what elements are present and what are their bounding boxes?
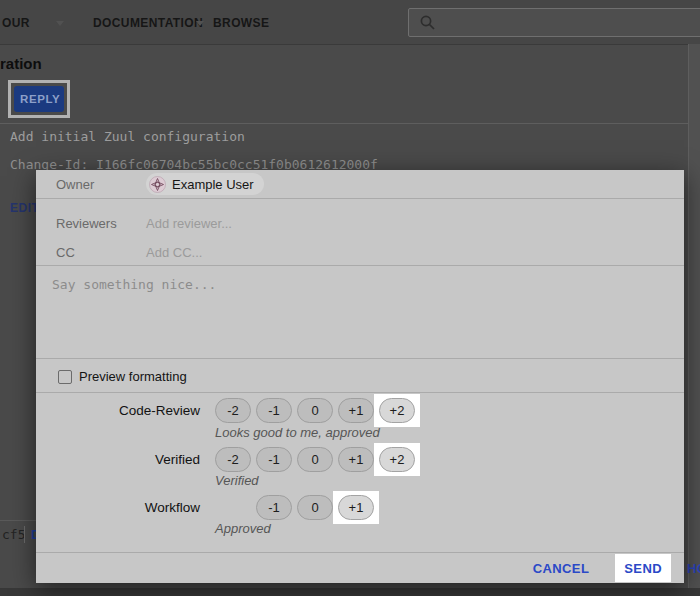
reviewers-label: Reviewers <box>56 216 117 231</box>
vote-button-code-review-+2[interactable]: +2 <box>379 398 415 423</box>
vote-button-verified-0[interactable]: 0 <box>297 447 333 472</box>
vote-button-code-review--1[interactable]: -1 <box>256 398 292 423</box>
top-navigation-bar: OUR DOCUMENTATION BROWSE <box>0 0 700 45</box>
nav-item-your[interactable]: OUR <box>2 16 30 30</box>
owner-name: Example User <box>172 177 254 192</box>
scrollbar-track[interactable] <box>689 44 700 588</box>
divider <box>36 265 684 266</box>
owner-chip[interactable]: Example User <box>146 173 264 195</box>
add-cc-input[interactable]: Add CC... <box>146 245 202 260</box>
divider <box>0 123 688 124</box>
preview-formatting-label: Preview formatting <box>79 369 187 384</box>
page-footer-strip <box>0 588 700 596</box>
divider <box>36 198 684 199</box>
commit-message: Add initial Zuul configuration <box>10 129 245 144</box>
dialog-footer: CANCEL SEND <box>36 552 684 583</box>
vote-description: Approved <box>215 521 271 536</box>
vote-label-workflow: Workflow <box>36 500 200 515</box>
vote-button-code-review-0[interactable]: 0 <box>297 398 333 423</box>
divider <box>36 392 684 393</box>
reply-message-textarea[interactable]: Say something nice... <box>52 277 216 292</box>
vote-button-verified-+1[interactable]: +1 <box>338 447 374 472</box>
add-reviewer-input[interactable]: Add reviewer... <box>146 216 232 231</box>
highlight-box: +2 <box>374 394 420 427</box>
send-button[interactable]: SEND <box>624 561 662 576</box>
chevron-down-icon <box>56 21 64 26</box>
vote-button-verified-+2[interactable]: +2 <box>379 447 415 472</box>
owner-label: Owner <box>56 177 94 192</box>
reply-dialog: Owner Example User Reviewers Add reviewe… <box>36 170 684 583</box>
nav-item-documentation[interactable]: DOCUMENTATION <box>93 16 203 30</box>
vote-label-code-review: Code-Review <box>36 403 200 418</box>
vote-button-workflow--1[interactable]: -1 <box>256 495 292 520</box>
commit-hash-fragment: cf5 <box>2 527 25 542</box>
right-edge-link-fragment[interactable]: HO <box>687 561 700 576</box>
edit-link[interactable]: EDIT <box>10 201 39 215</box>
vote-description: Verified <box>215 473 259 488</box>
search-icon <box>419 14 436 31</box>
divider <box>36 358 684 359</box>
highlight-box: +2 <box>374 443 420 476</box>
search-input[interactable] <box>443 11 687 34</box>
preview-formatting-checkbox[interactable] <box>58 370 72 384</box>
vote-description: Looks good to me, approved <box>215 425 380 440</box>
cc-label: CC <box>56 245 75 260</box>
reply-button[interactable]: REPLY <box>14 86 64 112</box>
search-box[interactable] <box>408 8 700 37</box>
divider <box>0 520 36 521</box>
vote-button-verified--2[interactable]: -2 <box>215 447 251 472</box>
chevron-down-icon <box>196 21 204 26</box>
vote-button-code-review--2[interactable]: -2 <box>215 398 251 423</box>
cancel-button[interactable]: CANCEL <box>533 561 590 576</box>
identicon-avatar <box>149 176 166 193</box>
vote-button-workflow-+1[interactable]: +1 <box>338 495 374 520</box>
divider <box>24 526 25 543</box>
send-highlight-box: SEND <box>615 554 671 582</box>
vote-label-verified: Verified <box>36 452 200 467</box>
page-title: ration <box>0 55 42 72</box>
vote-button-verified--1[interactable]: -1 <box>256 447 292 472</box>
nav-item-browse[interactable]: BROWSE <box>213 16 269 30</box>
highlight-box: +1 <box>333 491 379 524</box>
vote-button-workflow-0[interactable]: 0 <box>297 495 333 520</box>
vote-button-code-review-+1[interactable]: +1 <box>338 398 374 423</box>
